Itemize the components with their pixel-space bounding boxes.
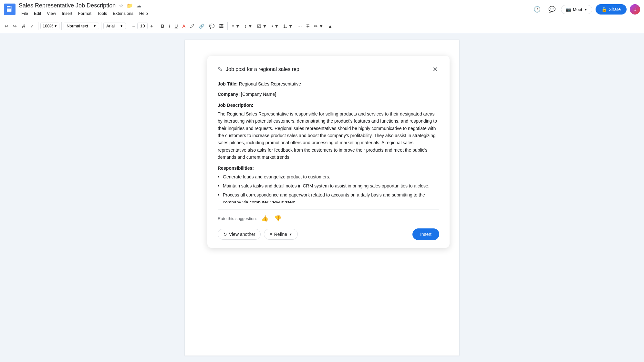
- comment-button[interactable]: 💬: [207, 22, 216, 30]
- avatar-initials: U: [630, 4, 640, 15]
- close-panel-button[interactable]: ✕: [431, 65, 439, 74]
- meet-button[interactable]: 📷 Meet ▼: [561, 5, 592, 14]
- panel-header: ✎ Job post for a regional sales rep ✕: [218, 65, 439, 74]
- company-value: [Company Name]: [241, 92, 276, 97]
- responsibilities-header: Responsibilities:: [218, 166, 438, 171]
- font-size-decrease-button[interactable]: −: [130, 22, 137, 30]
- job-title-label: Job Title:: [218, 81, 238, 86]
- insert-button[interactable]: Insert: [412, 228, 439, 240]
- text-color-button[interactable]: A: [181, 22, 187, 30]
- avatar[interactable]: U: [630, 4, 640, 15]
- underline-button[interactable]: U: [173, 22, 180, 30]
- responsibilities-list: Generate leads and evangelize product to…: [218, 173, 438, 203]
- title-area: Sales Representative Job Description ☆ 📁…: [19, 2, 528, 17]
- font-size-input[interactable]: [137, 23, 148, 29]
- font-select[interactable]: Arial ▼: [103, 23, 126, 29]
- menu-view[interactable]: View: [44, 10, 58, 17]
- refine-button[interactable]: ≡ Refine ▼: [264, 229, 298, 240]
- responsibility-item-2: Maintain sales tasks and detail notes in…: [218, 182, 438, 189]
- numbered-list-button[interactable]: 1. ▼: [281, 22, 295, 30]
- document-page: ✎ Job post for a regional sales rep ✕ Jo…: [185, 40, 459, 356]
- comments-icon[interactable]: 💬: [546, 4, 558, 15]
- job-description-header: Job Description:: [218, 103, 438, 108]
- print-button[interactable]: 🖨: [19, 22, 28, 30]
- refresh-icon: ↻: [223, 232, 227, 237]
- bullet-list-button[interactable]: • ▼: [269, 22, 281, 30]
- thumbs-down-button[interactable]: 👎: [273, 214, 283, 223]
- bold-button[interactable]: B: [159, 22, 166, 30]
- camera-icon: 📷: [566, 7, 571, 12]
- svg-rect-4: [7, 10, 10, 10]
- menu-format[interactable]: Format: [76, 10, 94, 17]
- more-button[interactable]: ⋯: [296, 22, 304, 30]
- cloud-icon[interactable]: ☁: [136, 2, 142, 9]
- undo-button[interactable]: ↩: [3, 22, 10, 30]
- ai-edit-icon: ✎: [218, 66, 223, 73]
- italic-button[interactable]: I: [167, 22, 172, 30]
- redo-button[interactable]: ↪: [11, 22, 19, 30]
- chevron-down-icon: ▼: [289, 233, 292, 236]
- menu-edit[interactable]: Edit: [31, 10, 44, 17]
- spellcheck-button[interactable]: ✓: [28, 22, 36, 30]
- top-bar: Sales Representative Job Description ☆ 📁…: [0, 0, 644, 19]
- title-icons: ☆ 📁 ☁: [118, 2, 142, 9]
- image-button[interactable]: 🖼: [217, 22, 225, 30]
- main-content: ✎ Job post for a regional sales rep ✕ Jo…: [0, 33, 644, 362]
- format-clear-button[interactable]: T̶: [305, 22, 311, 30]
- font-size-increase-button[interactable]: +: [148, 22, 155, 30]
- view-another-label: View another: [229, 232, 255, 237]
- panel-title: Job post for a regional sales rep: [226, 66, 299, 72]
- top-right: 🕐 💬 📷 Meet ▼ 🔒 Share U: [531, 4, 640, 15]
- zoom-select[interactable]: 100% ▼: [40, 23, 59, 29]
- rating-label: Rate this suggestion:: [218, 216, 257, 221]
- rating-row: Rate this suggestion: 👍 👎: [218, 209, 439, 223]
- checklist-button[interactable]: ☑ ▼: [255, 22, 269, 30]
- ai-suggestion-panel: ✎ Job post for a regional sales rep ✕ Jo…: [207, 56, 450, 248]
- redo-icon: ↪: [13, 24, 17, 29]
- folder-icon[interactable]: 📁: [126, 2, 134, 9]
- action-row: ↻ View another ≡ Refine ▼ Insert: [218, 228, 439, 240]
- menu-insert[interactable]: Insert: [59, 10, 75, 17]
- highlight-button[interactable]: 🖍: [188, 22, 196, 30]
- divider-2: [61, 22, 62, 30]
- star-icon[interactable]: ☆: [118, 2, 124, 9]
- job-description-body: The Regional Sales Representative is res…: [218, 110, 438, 161]
- menu-bar: File Edit View Insert Format Tools Exten…: [19, 10, 528, 17]
- chevron-down-icon: ▼: [93, 24, 96, 28]
- company-row: Company: [Company Name]: [218, 91, 438, 98]
- svg-rect-2: [7, 7, 11, 8]
- align-button[interactable]: ≡ ▼: [230, 22, 242, 30]
- share-button[interactable]: 🔒 Share: [596, 4, 627, 15]
- job-title-value: Regional Sales Representative: [239, 81, 301, 86]
- line-spacing-button[interactable]: ↕ ▼: [243, 22, 254, 30]
- meet-label: Meet: [573, 7, 582, 12]
- chevron-down-icon: ▼: [584, 8, 587, 11]
- svg-rect-3: [7, 8, 11, 9]
- link-button[interactable]: 🔗: [197, 22, 206, 30]
- document-title: Sales Representative Job Description: [19, 2, 116, 9]
- menu-extensions[interactable]: Extensions: [110, 10, 136, 17]
- lock-icon: 🔒: [601, 7, 607, 12]
- history-icon[interactable]: 🕐: [531, 4, 543, 15]
- left-actions: ↻ View another ≡ Refine ▼: [218, 229, 298, 240]
- thumbs-up-button[interactable]: 👍: [260, 214, 270, 223]
- edit-mode-button[interactable]: ✏ ▼: [312, 22, 326, 30]
- view-another-button[interactable]: ↻ View another: [218, 229, 261, 240]
- company-label: Company:: [218, 92, 240, 97]
- collapse-toolbar-button[interactable]: ▲: [326, 22, 334, 30]
- spellcheck-icon: ✓: [30, 24, 34, 29]
- menu-file[interactable]: File: [19, 10, 31, 17]
- divider-1: [38, 22, 38, 30]
- job-title-row: Job Title: Regional Sales Representative: [218, 80, 438, 87]
- style-select[interactable]: Normal text ▼: [64, 23, 99, 29]
- divider-6: [227, 22, 228, 30]
- divider-3: [101, 22, 101, 30]
- chevron-down-icon: ▼: [120, 24, 123, 28]
- responsibility-item-3: Process all correspondence and paperwork…: [218, 191, 438, 203]
- font-value: Arial: [106, 24, 115, 28]
- share-label: Share: [609, 7, 621, 12]
- style-value: Normal text: [67, 24, 88, 28]
- menu-help[interactable]: Help: [137, 10, 151, 17]
- chevron-down-icon: ▼: [54, 24, 57, 28]
- menu-tools[interactable]: Tools: [95, 10, 109, 17]
